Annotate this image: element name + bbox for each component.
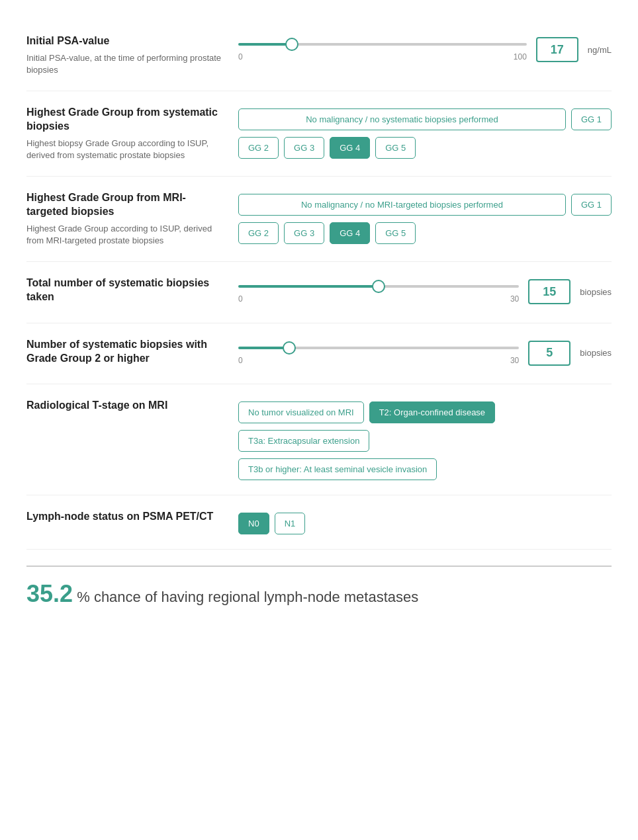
psa-unit: ng/mL — [588, 45, 612, 55]
psa-slider-wrapper: 0 100 — [238, 38, 527, 62]
systematic-grade-row: Highest Grade Group from systematic biop… — [26, 91, 612, 177]
total-biopsies-slider-wrapper: 0 30 — [238, 280, 519, 304]
positive-biopsies-slider-wrapper: 0 30 — [238, 341, 519, 365]
positive-biopsies-row: Number of systematic biopsies with Grade… — [26, 323, 612, 385]
positive-biopsies-max-label: 30 — [510, 356, 519, 365]
total-biopsies-slider-row: 0 30 15 biopsies — [238, 279, 612, 304]
psa-max-label: 100 — [514, 52, 527, 62]
systematic-gg3-btn[interactable]: GG 3 — [284, 137, 324, 159]
mri-grade-main-label: Highest Grade Group from MRI-targeted bi… — [26, 191, 225, 219]
positive-biopsies-slider[interactable] — [238, 347, 519, 349]
positive-biopsies-main-label: Number of systematic biopsies with Grade… — [26, 338, 225, 366]
lymph-node-label-col: Lymph-node status on PSMA PET/CT — [26, 510, 225, 528]
psa-range-labels: 0 100 — [238, 52, 527, 62]
psa-value-box: 17 — [536, 37, 578, 62]
t-stage-t2-btn[interactable]: T2: Organ-confined disease — [369, 401, 495, 423]
lymph-node-n0-btn[interactable]: N0 — [238, 513, 269, 534]
psa-slider[interactable] — [238, 43, 527, 46]
positive-biopsies-slider-row: 0 30 5 biopsies — [238, 341, 612, 366]
t-stage-main-label: Radiological T-stage on MRI — [26, 399, 225, 413]
mri-gg4-btn[interactable]: GG 4 — [330, 222, 370, 244]
positive-biopsies-range-labels: 0 30 — [238, 356, 519, 365]
mri-gg2-btn[interactable]: GG 2 — [238, 222, 279, 244]
t-stage-control-col: No tumor visualized on MRI T2: Organ-con… — [238, 399, 612, 480]
psa-track-container — [238, 38, 527, 51]
psa-label-col: Initial PSA-value Initial PSA-value, at … — [26, 34, 225, 76]
positive-biopsies-unit: biopsies — [580, 348, 612, 358]
t-stage-row: Radiological T-stage on MRI No tumor vis… — [26, 384, 612, 495]
total-biopsies-max-label: 30 — [510, 294, 519, 304]
lymph-node-row: Lymph-node status on PSMA PET/CT N0 N1 — [26, 495, 612, 550]
total-biopsies-slider[interactable] — [238, 285, 519, 288]
systematic-grade-label-col: Highest Grade Group from systematic biop… — [26, 106, 225, 161]
mri-grade-control-col: No malignancy / no MRI-targeted biopsies… — [238, 191, 612, 244]
total-biopsies-value-box: 15 — [528, 279, 570, 304]
t-stage-row3: T3b or higher: At least seminal vesicle … — [238, 458, 612, 480]
systematic-gg5-btn[interactable]: GG 5 — [375, 137, 416, 159]
psa-row: Initial PSA-value Initial PSA-value, at … — [26, 20, 612, 91]
result-text: 35.2 % chance of having regional lymph-n… — [26, 580, 612, 608]
result-label: % chance of having regional lymph-node m… — [77, 589, 418, 605]
total-biopsies-row: Total number of systematic biopsies take… — [26, 262, 612, 323]
total-biopsies-label-col: Total number of systematic biopsies take… — [26, 276, 225, 308]
systematic-gg2-btn[interactable]: GG 2 — [238, 137, 279, 159]
mri-grade-row: Highest Grade Group from MRI-targeted bi… — [26, 177, 612, 262]
psa-main-label: Initial PSA-value — [26, 34, 225, 48]
result-section: 35.2 % chance of having regional lymph-n… — [26, 566, 612, 608]
positive-biopsies-control-col: 0 30 5 biopsies — [238, 338, 612, 366]
t-stage-row2: T3a: Extracapsular extension — [238, 430, 612, 452]
mri-grade-row1: No malignancy / no MRI-targeted biopsies… — [238, 194, 612, 216]
mri-grade-sub-label: Highest Grade Group according to ISUP, d… — [26, 223, 225, 247]
systematic-grade-control-col: No malignancy / no systematic biopsies p… — [238, 106, 612, 159]
systematic-gg1-btn[interactable]: GG 1 — [571, 108, 612, 130]
lymph-node-n1-btn[interactable]: N1 — [275, 513, 306, 534]
psa-slider-row: 0 100 17 ng/mL — [238, 37, 612, 62]
positive-biopsies-track-container — [238, 341, 519, 355]
mri-gg5-btn[interactable]: GG 5 — [375, 222, 416, 244]
t-stage-row1: No tumor visualized on MRI T2: Organ-con… — [238, 401, 612, 423]
lymph-node-main-label: Lymph-node status on PSMA PET/CT — [26, 510, 225, 524]
t-stage-t3a-btn[interactable]: T3a: Extracapsular extension — [238, 430, 369, 452]
total-biopsies-track-container — [238, 280, 519, 293]
total-biopsies-unit: biopsies — [580, 287, 612, 297]
psa-sub-label: Initial PSA-value, at the time of perfor… — [26, 52, 225, 76]
systematic-grade-row2: GG 2 GG 3 GG 4 GG 5 — [238, 137, 612, 159]
result-number: 35.2 — [26, 580, 73, 607]
mri-no-malignancy-btn[interactable]: No malignancy / no MRI-targeted biopsies… — [238, 194, 566, 216]
total-biopsies-main-label: Total number of systematic biopsies take… — [26, 276, 225, 304]
lymph-node-btn-group: N0 N1 — [238, 513, 612, 534]
systematic-grade-row1: No malignancy / no systematic biopsies p… — [238, 108, 612, 130]
mri-grade-row2: GG 2 GG 3 GG 4 GG 5 — [238, 222, 612, 244]
psa-min-label: 0 — [238, 52, 243, 62]
psa-control-col: 0 100 17 ng/mL — [238, 34, 612, 62]
mri-grade-label-col: Highest Grade Group from MRI-targeted bi… — [26, 191, 225, 247]
total-biopsies-min-label: 0 — [238, 294, 243, 304]
positive-biopsies-min-label: 0 — [238, 356, 243, 365]
t-stage-t3b-btn[interactable]: T3b or higher: At least seminal vesicle … — [238, 458, 437, 480]
mri-gg3-btn[interactable]: GG 3 — [284, 222, 324, 244]
t-stage-no-tumor-btn[interactable]: No tumor visualized on MRI — [238, 401, 364, 423]
lymph-node-control-col: N0 N1 — [238, 510, 612, 534]
systematic-gg4-btn[interactable]: GG 4 — [330, 137, 370, 159]
systematic-no-malignancy-btn[interactable]: No malignancy / no systematic biopsies p… — [238, 108, 566, 130]
total-biopsies-control-col: 0 30 15 biopsies — [238, 276, 612, 304]
systematic-grade-sub-label: Highest biopsy Grade Group according to … — [26, 138, 225, 161]
t-stage-label-col: Radiological T-stage on MRI — [26, 399, 225, 417]
total-biopsies-range-labels: 0 30 — [238, 294, 519, 304]
systematic-grade-main-label: Highest Grade Group from systematic biop… — [26, 106, 225, 134]
positive-biopsies-value-box: 5 — [528, 341, 570, 366]
mri-gg1-btn[interactable]: GG 1 — [571, 194, 612, 216]
positive-biopsies-label-col: Number of systematic biopsies with Grade… — [26, 338, 225, 370]
